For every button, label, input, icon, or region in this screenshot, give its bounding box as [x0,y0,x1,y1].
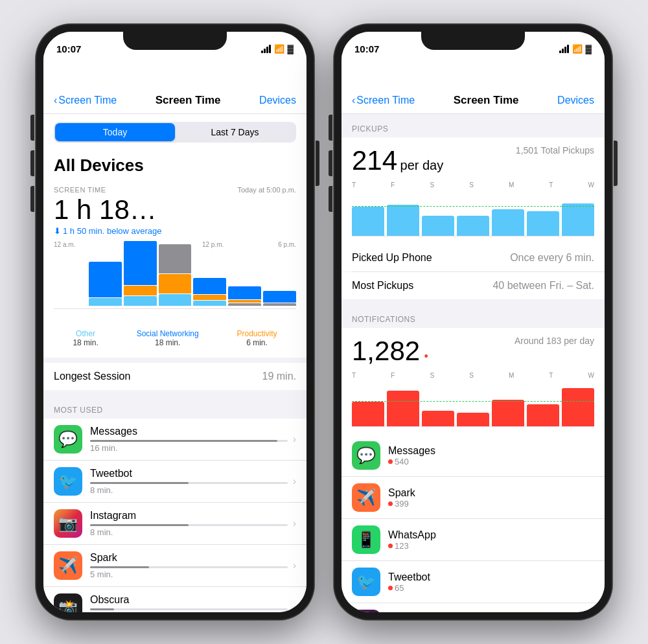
app-row-instagram[interactable]: 📷 Instagram 8 min. › [43,503,307,545]
notif-left: 1,282 • [352,336,428,367]
left-nav-title: Screen Time [156,94,221,107]
notif-messages-emoji: 💬 [356,446,376,465]
chart-label-0: 12 a.m. [54,241,75,248]
obscura-time: 2 min. [90,612,288,612]
notif-whatsapp-icon: 📱 [352,525,380,554]
app-row-spark[interactable]: ✈️ Spark 5 min. › [43,545,307,587]
cat-other-name: Other [73,329,98,338]
right-phone-frame: 10:07 📶 ▓ [334,24,612,620]
bar-other-2 [124,296,157,306]
cat-social-time: 18 min. [137,338,199,347]
bar-social-6 [263,291,296,303]
right-back-chevron: ‹ [352,95,355,106]
left-nav-action[interactable]: Devices [259,95,296,106]
notif-tweetbot-icon: 🐦 [352,568,380,596]
left-segment-inner: Today Last 7 Days [54,122,296,143]
left-chart-bars [54,251,296,309]
instagram-chevron: › [293,518,296,529]
pickup-day-0: T [352,181,356,189]
spacer-notif [341,299,605,305]
notif-whatsapp-row[interactable]: 📱 WhatsApp 123 [341,519,605,561]
notif-dot-indicator: • [424,350,428,363]
left-wifi-icon: 📶 [274,44,284,54]
notif-bar-1 [387,391,419,426]
notif-messages-row[interactable]: 💬 Messages 540 [341,435,605,477]
pickup-bar-3 [457,216,489,236]
spark-icon: ✈️ [54,551,82,580]
pickup-day-3: S [469,181,474,189]
notif-slack-icon: 💼 [352,610,380,612]
left-category-row: Other 18 min. Social Networking 18 min. … [54,324,296,350]
notif-tweetbot-info: Tweetbot 65 [388,571,594,593]
notif-tweetbot-row[interactable]: 🐦 Tweetbot 65 [341,561,605,603]
notif-section-label: NOTIFICATIONS [341,305,605,328]
notif-spark-info: Spark 399 [388,487,594,509]
left-below-avg-icon: ⬇ [54,226,61,236]
left-status-icons: 📶 ▓ [261,44,294,54]
left-app-list: 💬 Messages 16 min. › 🐦 [43,419,307,612]
right-nav-action[interactable]: Devices [557,95,594,106]
bar-social-3 [159,244,192,273]
right-scroll-content[interactable]: ‹ Screen Time Screen Time Devices PICKUP… [341,89,605,612]
pickups-left: 214 per day [352,145,443,176]
bar-prod-2 [124,286,157,295]
longest-session-label: Longest Session [54,371,130,382]
obscura-info: Obscura 2 min. [90,594,288,612]
left-scroll-content[interactable]: ‹ Screen Time Screen Time Devices Today … [43,89,307,612]
left-segment-last7[interactable]: Last 7 Days [175,123,295,141]
instagram-name: Instagram [90,510,288,522]
chart-label-2: 12 p.m. [202,241,224,248]
notif-bar-2 [422,411,454,426]
notif-messages-dot [388,459,393,464]
instagram-icon: 📷 [54,509,82,538]
spark-bar-fill [90,566,149,568]
notif-spark-row[interactable]: ✈️ Spark 399 [341,477,605,519]
tweetbot-icon: 🐦 [54,467,82,496]
obscura-chevron: › [293,602,296,612]
bar-group-3 [159,244,192,306]
pickup-day-2: S [430,181,434,189]
app-row-messages[interactable]: 💬 Messages 16 min. › [43,419,307,461]
notif-day-4: M [509,372,514,379]
messages-icon: 💬 [54,425,82,454]
spark-time: 5 min. [90,569,288,579]
r-signal-bar-3 [564,47,566,53]
left-chart-area: 12 a.m. 6 a.m. 12 p.m. 6 p.m. [54,241,296,319]
right-nav-bar: ‹ Screen Time Screen Time Devices [341,89,605,114]
notif-tweetbot-dot [388,586,393,590]
left-status-time: 10:07 [56,43,81,54]
messages-info: Messages 16 min. [90,426,288,453]
spark-bar-container [90,566,288,568]
messages-time: 16 min. [90,443,288,453]
left-st-label: SCREEN TIME [54,186,106,194]
notif-bar-chart: T F S S M T W [341,372,605,435]
left-battery-icon: ▓ [288,44,294,54]
right-nav-back[interactable]: ‹ Screen Time [352,95,415,106]
messages-name: Messages [90,426,288,437]
left-phone-screen: 10:07 📶 ▓ [43,32,307,612]
obscura-icon: 📸 [54,593,82,612]
right-notch [421,32,525,50]
notif-whatsapp-count: 123 [388,541,594,551]
right-signal-bars [559,45,569,53]
cat-prod-time: 6 min. [237,338,277,347]
notif-spark-dot [388,501,393,506]
bar-group-4 [193,278,226,306]
left-notch-area: 10:07 📶 ▓ [43,32,307,89]
left-all-devices-title: All Devices [43,150,307,178]
bar-prod-4 [193,295,226,300]
obscura-bar-fill [90,608,114,610]
right-battery-icon: ▓ [586,44,592,54]
app-row-tweetbot[interactable]: 🐦 Tweetbot 8 min. › [43,461,307,503]
notif-bar-0 [352,402,384,426]
app-row-obscura[interactable]: 📸 Obscura 2 min. › [43,587,307,612]
notif-tweetbot-count: 65 [388,583,594,593]
spacer-2 [43,390,307,395]
bar-social-4 [193,278,226,294]
notif-slack-row[interactable]: 💼 Slack [341,603,605,612]
left-nav-back[interactable]: ‹ Screen Time [54,95,117,106]
right-wifi-icon: 📶 [572,44,583,54]
most-pickups-value: 40 between Fri. – Sat. [492,280,594,292]
notif-bar-3 [457,413,489,426]
left-segment-today[interactable]: Today [55,123,175,141]
